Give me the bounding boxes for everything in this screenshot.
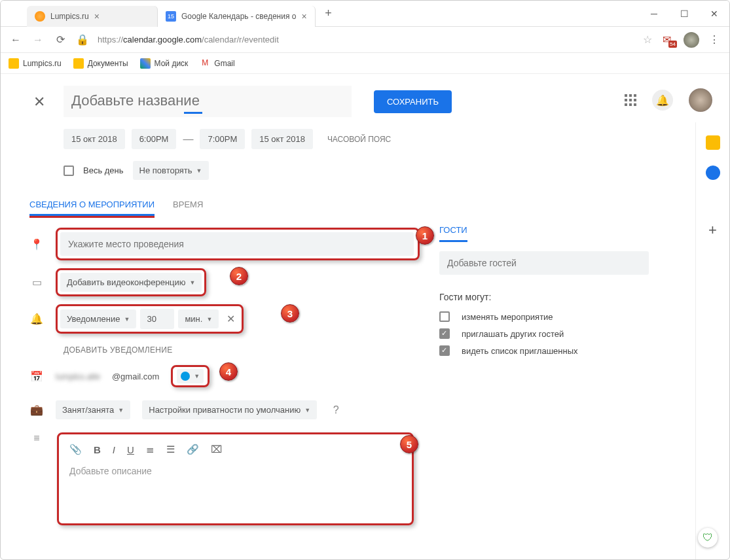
calendar-icon: 📅	[29, 370, 44, 383]
tab-time[interactable]: ВРЕМЯ	[173, 200, 203, 216]
callout-5: 5	[400, 435, 418, 453]
repeat-dropdown[interactable]: Не повторять▼	[133, 161, 209, 180]
remove-notification-button[interactable]: ✕	[223, 309, 239, 329]
chevron-down-icon: ▼	[194, 373, 200, 379]
perm-seelist-label: видеть список приглашенных	[462, 346, 578, 356]
video-icon: ▭	[29, 276, 44, 289]
bookmark-gmail[interactable]: MGmail	[200, 58, 234, 69]
start-date[interactable]: 15 окт 2018	[64, 129, 125, 149]
tab-guests[interactable]: ГОСТИ	[439, 225, 467, 242]
tasks-icon[interactable]	[706, 166, 720, 180]
timezone-button[interactable]: ЧАСОВОЙ ПОЯС	[327, 135, 391, 144]
guests-input[interactable]	[439, 251, 649, 275]
location-icon: 📍	[29, 238, 44, 251]
organizer-email-blurred: lumplcs.alle	[56, 372, 100, 381]
allday-label: Весь день	[83, 166, 124, 175]
new-tab-button[interactable]: +	[321, 7, 337, 20]
color-dot	[181, 372, 190, 381]
numbered-list-icon[interactable]: ≣	[146, 444, 155, 455]
browser-tab-lumpics[interactable]: Lumpics.ru ×	[27, 6, 158, 27]
chevron-down-icon: ▼	[206, 316, 212, 323]
help-icon[interactable]: ?	[329, 404, 343, 416]
menu-icon[interactable]: ⋮	[707, 33, 721, 46]
drive-icon	[140, 58, 151, 69]
keep-icon[interactable]	[706, 135, 720, 150]
extension-shield-icon[interactable]: 🛡	[698, 528, 718, 548]
video-conference-dropdown[interactable]: Добавить видеоконференцию▼	[60, 273, 202, 292]
perm-invite-checkbox[interactable]	[439, 328, 450, 339]
link-icon[interactable]: 🔗	[187, 444, 199, 455]
account-avatar[interactable]	[689, 88, 712, 112]
gmail-extension-icon[interactable]: ✉ 54	[663, 33, 676, 46]
perm-modify-checkbox[interactable]	[439, 311, 450, 322]
notification-type-dropdown[interactable]: Уведомление▼	[60, 309, 136, 328]
tab-label: Lumpics.ru	[50, 12, 89, 21]
input-focus-indicator	[184, 112, 202, 114]
chevron-down-icon: ▼	[304, 407, 310, 413]
end-time[interactable]: 7:00PM	[200, 129, 245, 149]
profile-avatar[interactable]	[684, 32, 699, 48]
notification-value-input[interactable]	[140, 309, 174, 329]
forward-icon[interactable]: →	[31, 34, 45, 46]
browser-tab-calendar[interactable]: 15 Google Календарь - сведения о ×	[158, 6, 316, 27]
calendar-color-dropdown[interactable]: ▼	[177, 369, 204, 383]
perm-invite-label: приглашать других гостей	[462, 329, 564, 339]
close-icon[interactable]: ×	[301, 11, 306, 22]
gmail-icon: M	[200, 58, 210, 69]
window-minimize[interactable]: ─	[639, 1, 669, 27]
lock-icon: 🔒	[75, 33, 90, 46]
bold-icon[interactable]: B	[94, 444, 101, 455]
close-icon[interactable]: ×	[94, 11, 100, 22]
url-display[interactable]: https://calendar.google.com/calendar/r/e…	[98, 35, 632, 44]
chevron-down-icon: ▼	[124, 316, 130, 323]
perm-seelist-checkbox[interactable]	[439, 345, 450, 356]
organizer-email-suffix: @gmail.com	[112, 372, 159, 381]
bell-icon: 🔔	[29, 313, 44, 325]
bookmark-lumpics[interactable]: Lumpics.ru	[9, 58, 62, 69]
folder-icon	[9, 58, 19, 69]
end-date[interactable]: 15 окт 2018	[251, 129, 313, 149]
guest-perms-title: Гости могут:	[439, 292, 714, 302]
addons-plus-icon[interactable]: +	[708, 222, 717, 239]
window-close[interactable]: ✕	[699, 1, 729, 27]
favicon-calendar: 15	[166, 11, 176, 22]
callout-1: 1	[416, 226, 434, 245]
add-notification-button[interactable]: ДОБАВИТЬ УВЕДОМЛЕНИЕ	[1, 338, 420, 356]
busy-status-dropdown[interactable]: Занят/занята▼	[56, 400, 130, 419]
underline-icon[interactable]: U	[127, 444, 134, 455]
clear-format-icon[interactable]: ⌧	[211, 444, 222, 455]
attach-icon[interactable]: 📎	[69, 444, 82, 455]
callout-2: 2	[230, 267, 248, 285]
start-time[interactable]: 6:00PM	[132, 129, 177, 149]
window-maximize[interactable]: ☐	[669, 1, 699, 27]
allday-checkbox[interactable]	[64, 166, 74, 176]
bullet-list-icon[interactable]: ☰	[166, 444, 175, 455]
address-bar: ← → ⟳ 🔒 https://calendar.google.com/cale…	[1, 27, 729, 53]
chevron-down-icon: ▼	[190, 279, 196, 286]
description-icon: ≡	[29, 432, 44, 444]
tab-event-details[interactable]: СВЕДЕНИЯ О МЕРОПРИЯТИИ	[29, 200, 155, 216]
bookmarks-bar: Lumpics.ru Документы Мой диск MGmail	[1, 53, 729, 74]
location-input[interactable]	[60, 232, 414, 256]
event-title-input[interactable]	[64, 86, 352, 117]
save-button[interactable]: СОХРАНИТЬ	[374, 90, 452, 113]
reload-icon[interactable]: ⟳	[53, 33, 67, 46]
chevron-down-icon: ▼	[118, 407, 124, 413]
tab-label: Google Календарь - сведения о	[181, 12, 296, 21]
star-icon[interactable]: ☆	[640, 33, 655, 46]
callout-3: 3	[281, 304, 299, 323]
apps-grid-icon[interactable]	[625, 94, 636, 106]
notification-unit-dropdown[interactable]: мин.▼	[178, 309, 219, 328]
browser-titlebar: Lumpics.ru × 15 Google Календарь - сведе…	[1, 1, 729, 27]
italic-icon[interactable]: I	[113, 444, 115, 455]
description-textarea[interactable]: Добавьте описание	[64, 459, 407, 518]
right-sidebar: +	[695, 122, 729, 559]
close-event-button[interactable]: ✕	[33, 94, 45, 111]
bookmark-documents[interactable]: Документы	[73, 58, 128, 69]
perm-modify-label: изменять мероприятие	[462, 312, 553, 322]
back-icon[interactable]: ←	[9, 34, 23, 46]
callout-4: 4	[219, 362, 238, 381]
privacy-dropdown[interactable]: Настройки приватности по умолчанию▼	[142, 400, 317, 419]
bookmark-drive[interactable]: Мой диск	[140, 58, 189, 69]
notifications-icon[interactable]: 🔔	[652, 90, 673, 111]
